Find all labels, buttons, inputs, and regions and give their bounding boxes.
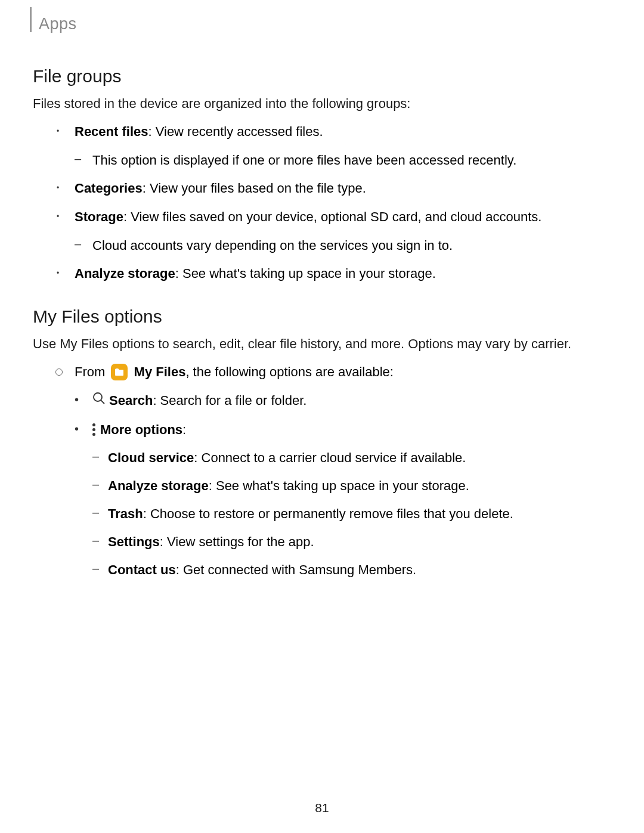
options-list: Search: Search for a file or folder. Mor… <box>75 391 611 580</box>
sub-list: This option is displayed if one or more … <box>75 150 611 170</box>
sub-label: Cloud service <box>108 450 194 465</box>
heading-myfiles-options: My Files options <box>33 306 611 327</box>
sub-desc: : View settings for the app. <box>160 534 314 549</box>
sub-option: Contact us: Get connected with Samsung M… <box>92 560 611 580</box>
list-item: Storage: View files saved on your device… <box>57 207 611 255</box>
svg-point-0 <box>94 393 102 401</box>
sub-desc: : Connect to a carrier cloud service if … <box>194 450 466 465</box>
heading-file-groups: File groups <box>33 66 611 86</box>
sub-list: Cloud accounts vary depending on the ser… <box>75 236 611 255</box>
item-desc: : View your files based on the file type… <box>143 181 366 196</box>
item-label: Storage <box>75 209 123 224</box>
sub-label: Contact us <box>108 562 176 577</box>
option-label: Search <box>109 393 153 408</box>
sub-label: Analyze storage <box>108 478 209 493</box>
sub-option: Cloud service: Connect to a carrier clou… <box>92 448 611 467</box>
list-item-from: From My Files, the following options are… <box>57 362 611 580</box>
page-number: 81 <box>315 801 329 815</box>
option-desc: : <box>182 422 186 437</box>
item-label: Recent files <box>75 124 148 139</box>
list-file-groups: Recent files: View recently accessed fil… <box>57 122 611 284</box>
more-options-icon <box>92 423 95 436</box>
intro-file-groups: Files stored in the device are organized… <box>33 94 611 113</box>
item-label: Analyze storage <box>75 266 175 281</box>
option-desc: : Search for a file or folder. <box>153 393 306 408</box>
breadcrumb-section: Apps <box>39 15 611 33</box>
item-desc: : See what's taking up space in your sto… <box>175 266 436 281</box>
sub-option: Analyze storage: See what's taking up sp… <box>92 476 611 496</box>
sub-item: Cloud accounts vary depending on the ser… <box>75 236 611 255</box>
sub-desc: : Get connected with Samsung Members. <box>176 562 417 577</box>
item-label: Categories <box>75 181 143 196</box>
item-desc: : View files saved on your device, optio… <box>123 209 542 224</box>
folder-icon <box>111 364 128 380</box>
sub-desc: : See what's taking up space in your sto… <box>209 478 469 493</box>
sub-label: Trash <box>108 506 143 521</box>
option-item: More options: Cloud service: Connect to … <box>75 420 611 580</box>
sub-label: Settings <box>108 534 160 549</box>
more-options-sublist: Cloud service: Connect to a carrier clou… <box>92 448 611 580</box>
sub-option: Trash: Choose to restore or permanently … <box>92 504 611 524</box>
list-item: Recent files: View recently accessed fil… <box>57 122 611 170</box>
sub-option: Settings: View settings for the app. <box>92 532 611 552</box>
option-label: More options <box>100 422 182 437</box>
list-myfiles-from: From My Files, the following options are… <box>57 362 611 580</box>
svg-line-1 <box>101 400 104 404</box>
search-icon <box>92 391 106 410</box>
sub-desc: : Choose to restore or permanently remov… <box>143 506 513 521</box>
sub-item: This option is displayed if one or more … <box>75 150 611 170</box>
header-rule <box>30 7 32 32</box>
list-item: Analyze storage: See what's taking up sp… <box>57 264 611 284</box>
from-suffix: , the following options are available: <box>185 364 394 379</box>
item-desc: : View recently accessed files. <box>148 124 323 139</box>
from-app: My Files <box>134 364 186 379</box>
list-item: Categories: View your files based on the… <box>57 178 611 199</box>
option-item: Search: Search for a file or folder. <box>75 391 611 411</box>
intro-myfiles-options: Use My Files options to search, edit, cl… <box>33 334 611 354</box>
from-prefix: From <box>75 364 109 379</box>
